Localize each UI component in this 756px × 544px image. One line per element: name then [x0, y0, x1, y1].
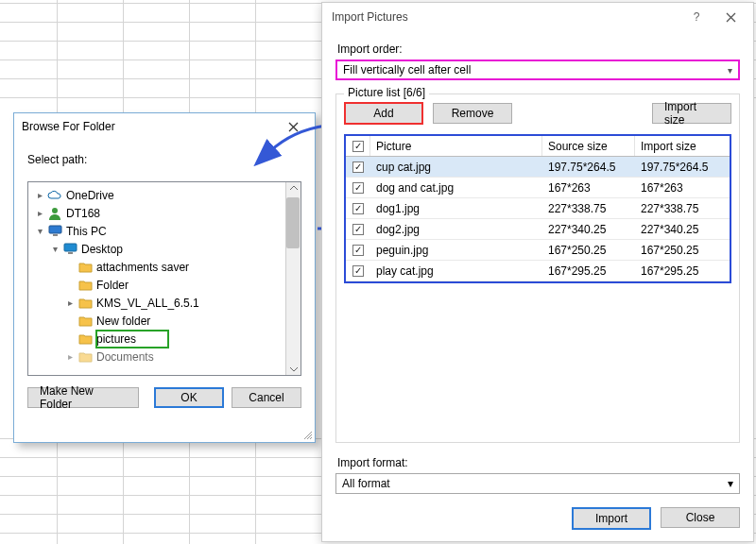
- svg-rect-4: [68, 252, 73, 254]
- chevron-down-icon: ▾: [728, 477, 733, 490]
- row-checkbox[interactable]: [346, 182, 370, 194]
- tree-item-desktop[interactable]: ▾ Desktop: [49, 240, 299, 258]
- checkbox-icon: [352, 265, 364, 277]
- cell-import-size: 167*250.25: [635, 244, 730, 257]
- import-size-button[interactable]: Import size: [652, 103, 731, 124]
- header-picture[interactable]: Picture: [370, 136, 542, 156]
- cell-source-size: 167*295.25: [542, 264, 635, 278]
- tree-item-onedrive[interactable]: ▸ OneDrive: [34, 186, 299, 204]
- tree-item-documents[interactable]: ▸ Documents: [64, 348, 299, 366]
- tree-item-kms[interactable]: ▸ KMS_VL_ALL_6.5.1: [64, 294, 299, 312]
- table-row[interactable]: dog1.jpg227*338.75227*338.75: [346, 198, 730, 219]
- cell-picture: dog2.jpg: [370, 223, 542, 236]
- cell-source-size: 227*338.75: [542, 202, 635, 215]
- resize-grip-icon[interactable]: [303, 431, 313, 440]
- tree-label: Desktop: [81, 241, 123, 258]
- chevron-right-icon: ▸: [34, 205, 45, 222]
- table-row[interactable]: cup cat.jpg197.75*264.5197.75*264.5: [346, 157, 730, 178]
- scrollbar-thumb[interactable]: [286, 197, 300, 248]
- cell-import-size: 227*340.25: [635, 223, 730, 236]
- row-checkbox[interactable]: [346, 162, 370, 173]
- row-checkbox[interactable]: [346, 203, 370, 214]
- checkbox-icon: [352, 162, 364, 173]
- tree-label: Documents: [96, 348, 154, 366]
- scrollbar[interactable]: [285, 182, 301, 375]
- folder-icon: [77, 296, 93, 311]
- table-row[interactable]: dog and cat.jpg167*263167*263: [346, 178, 730, 198]
- chevron-down-icon: ▾: [728, 65, 732, 76]
- folder-icon: [77, 349, 93, 365]
- cell-picture: cup cat.jpg: [370, 161, 542, 174]
- tree-label: Folder: [96, 277, 129, 294]
- picture-table: Picture Source size Import size cup cat.…: [344, 134, 731, 283]
- btn-label: Close: [686, 511, 715, 524]
- scroll-down-icon: [286, 364, 301, 375]
- btn-label: Make New Folder: [40, 384, 127, 411]
- monitor-icon: [62, 242, 77, 257]
- tree-item-dt168[interactable]: ▸ DT168: [34, 204, 299, 222]
- tree-label: OneDrive: [66, 187, 114, 204]
- cell-import-size: 167*295.25: [635, 264, 730, 278]
- import-format-combo[interactable]: All format ▾: [335, 473, 740, 494]
- tree-item-newfolder[interactable]: New folder: [64, 312, 299, 330]
- select-path-label: Select path:: [27, 153, 301, 166]
- cell-import-size: 167*263: [635, 181, 730, 195]
- import-pictures-dialog: Import Pictures ? Import order: Fill ver…: [321, 2, 754, 542]
- tree-label: This PC: [66, 223, 107, 240]
- svg-rect-3: [64, 244, 77, 251]
- header-import-size[interactable]: Import size: [635, 136, 730, 156]
- cancel-button[interactable]: Cancel: [232, 387, 301, 408]
- cell-picture: dog1.jpg: [370, 202, 542, 215]
- ip-titlebar[interactable]: Import Pictures ?: [322, 3, 753, 31]
- svg-rect-2: [53, 234, 58, 236]
- cloud-icon: [47, 188, 62, 203]
- cell-picture: dog and cat.jpg: [370, 181, 542, 195]
- tree-label: attachments saver: [96, 259, 189, 276]
- monitor-icon: [47, 224, 62, 239]
- make-new-folder-button[interactable]: Make New Folder: [27, 387, 139, 408]
- remove-button[interactable]: Remove: [433, 103, 512, 124]
- tree-item-folder[interactable]: Folder: [64, 276, 299, 294]
- picture-list-legend: Picture list [6/6]: [344, 86, 429, 99]
- close-icon: [726, 12, 736, 23]
- tree-label: DT168: [66, 205, 100, 222]
- tree-item-pictures[interactable]: pictures: [64, 330, 299, 348]
- btn-label: Import size: [664, 100, 719, 127]
- cell-import-size: 227*338.75: [635, 202, 730, 215]
- table-row[interactable]: play cat.jpg167*295.25167*295.25: [346, 261, 730, 281]
- add-button[interactable]: Add: [344, 102, 423, 125]
- row-checkbox[interactable]: [346, 224, 370, 235]
- folder-tree[interactable]: ▸ OneDrive ▸ DT168 ▾ This PC ▾ D: [27, 181, 301, 376]
- import-order-combo[interactable]: Fill vertically cell after cell ▾: [335, 60, 740, 80]
- tree-item-thispc[interactable]: ▾ This PC: [34, 222, 299, 240]
- close-button[interactable]: Close: [661, 507, 740, 528]
- cell-import-size: 197.75*264.5: [635, 161, 730, 174]
- bff-title-text: Browse For Folder: [22, 113, 115, 140]
- table-row[interactable]: dog2.jpg227*340.25227*340.25: [346, 219, 730, 240]
- help-button[interactable]: ?: [679, 5, 713, 29]
- header-checkbox[interactable]: [346, 136, 370, 156]
- folder-icon: [77, 260, 93, 275]
- close-button[interactable]: [713, 5, 747, 29]
- header-source-size[interactable]: Source size: [542, 136, 635, 156]
- combo-value: All format: [342, 477, 390, 490]
- table-row[interactable]: peguin.jpg167*250.25167*250.25: [346, 240, 730, 261]
- checkbox-icon: [352, 245, 364, 256]
- checkbox-icon: [352, 224, 364, 235]
- chevron-down-icon: ▾: [49, 241, 60, 258]
- btn-label: OK: [180, 391, 197, 404]
- ok-button[interactable]: OK: [154, 387, 224, 408]
- row-checkbox[interactable]: [346, 245, 370, 256]
- folder-icon: [77, 332, 93, 347]
- import-format-label: Import format:: [337, 456, 740, 469]
- import-button[interactable]: Import: [572, 507, 651, 530]
- tree-label: New folder: [96, 313, 150, 330]
- tree-item-attachments[interactable]: attachments saver: [64, 258, 299, 276]
- row-checkbox[interactable]: [346, 265, 370, 277]
- folder-icon: [77, 278, 93, 293]
- table-body: cup cat.jpg197.75*264.5197.75*264.5dog a…: [346, 157, 730, 281]
- user-icon: [47, 206, 62, 221]
- checkbox-icon: [352, 141, 364, 152]
- import-order-label: Import order:: [337, 42, 740, 56]
- folder-icon: [77, 314, 93, 329]
